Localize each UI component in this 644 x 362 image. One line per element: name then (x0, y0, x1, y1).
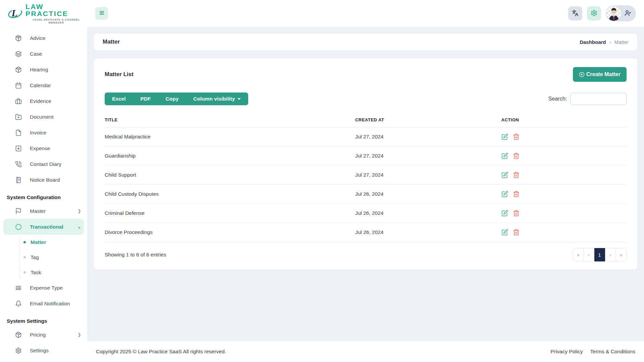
sidebar-item-evidence[interactable]: Evidence (0, 93, 87, 109)
delete-button[interactable] (513, 229, 520, 236)
sidebar-item-label: Evidence (30, 98, 81, 104)
edit-icon (501, 191, 508, 197)
sidebar-item-email-notification[interactable]: Email Notification (0, 296, 87, 311)
delete-button[interactable] (513, 172, 520, 178)
entries-summary: Showing 1 to 6 of 6 entries (105, 252, 166, 258)
search-input[interactable] (570, 93, 627, 105)
pagination-next-button[interactable]: › (605, 248, 616, 261)
sidebar-item-invoice[interactable]: Invoice (0, 125, 87, 140)
edit-icon (501, 172, 508, 178)
calendar-icon (15, 82, 22, 89)
transactional-submenu: Matter Tag Task (0, 235, 87, 280)
logo-mark-icon: L (7, 6, 23, 21)
export-excel-button[interactable]: Excel (105, 93, 133, 105)
sidebar-item-label: Invoice (30, 130, 81, 136)
sidebar-item-transactional[interactable]: Transactional ⌄ (3, 219, 84, 235)
submenu-item-label: Matter (31, 239, 46, 245)
sidebar-item-contact-diary[interactable]: Contact Diary (0, 156, 87, 172)
sidebar-item-settings[interactable]: Settings (0, 343, 87, 358)
edit-button[interactable] (501, 191, 508, 197)
user-menu-button[interactable] (606, 5, 636, 21)
flag-icon (15, 208, 22, 215)
export-copy-button[interactable]: Copy (158, 93, 186, 105)
delete-button[interactable] (513, 153, 520, 159)
edit-button[interactable] (501, 229, 508, 236)
circle-plus-icon (579, 72, 585, 77)
user-avatar (606, 6, 621, 21)
sidebar-item-label: Contact Diary (30, 161, 81, 167)
sidebar-item-calendar[interactable]: Calendar (0, 77, 87, 93)
export-button-group: Excel PDF Copy Column visibility (105, 93, 248, 105)
delete-button[interactable] (513, 191, 520, 197)
sidebar-item-document[interactable]: Document (0, 109, 87, 125)
briefcase-icon (15, 98, 22, 105)
edit-button[interactable] (501, 210, 508, 217)
bullet-dot-icon (23, 271, 26, 274)
settings-quick-button[interactable] (587, 6, 601, 20)
create-matter-label: Create Matter (586, 71, 621, 77)
bullet-dot-icon (23, 241, 26, 243)
create-matter-button[interactable]: Create Matter (573, 67, 627, 82)
column-header-title[interactable]: TITLE (105, 113, 355, 127)
sidebar-item-master[interactable]: Master ❯ (0, 203, 87, 219)
brand-tagline: LEGAL ADVOCATE & COUNSEL MANAGER (25, 18, 87, 24)
topbar-actions (568, 5, 644, 21)
sidebar-item-hearing[interactable]: Hearing (0, 62, 87, 77)
brand-logo[interactable]: L LAW PRACTICE LEGAL ADVOCATE & COUNSEL … (0, 3, 87, 24)
chevron-right-icon: ❯ (77, 332, 81, 337)
pagination-last-button[interactable]: » (616, 248, 627, 261)
pagination-page-1-button[interactable]: 1 (594, 248, 605, 261)
trash-icon (513, 172, 520, 178)
column-header-action: ACTION (501, 113, 627, 127)
matter-table: TITLE CREATED AT ACTION Medical Malpract… (105, 113, 627, 242)
delete-button[interactable] (513, 210, 520, 217)
trash-icon (513, 210, 520, 217)
export-pdf-button[interactable]: PDF (133, 93, 158, 105)
cell-title: Child Support (105, 166, 355, 185)
cell-created-at: Jul 26, 2024 (355, 204, 501, 223)
chevron-down-icon: ⌄ (77, 224, 81, 229)
cell-title: Guardianship (105, 146, 355, 166)
column-visibility-label: Column visibility (193, 96, 235, 102)
sidebar-toggle-button[interactable] (95, 7, 108, 20)
delete-button[interactable] (513, 133, 520, 140)
breadcrumb-dashboard-link[interactable]: Dashboard (580, 39, 606, 45)
language-button[interactable] (568, 6, 582, 20)
submenu-item-matter[interactable]: Matter (0, 235, 87, 250)
edit-button[interactable] (501, 172, 508, 178)
copyright-text: Copyright 2025 © Law Practice SaaS All r… (96, 349, 226, 355)
submenu-item-task[interactable]: Task (0, 265, 87, 280)
terms-conditions-link[interactable]: Terms & Conditions (590, 349, 635, 355)
column-header-created-at[interactable]: CREATED AT (355, 113, 501, 127)
column-visibility-button[interactable]: Column visibility (186, 93, 248, 105)
cell-created-at: Jul 26, 2024 (355, 185, 501, 204)
cell-title: Criminal Defense (105, 204, 355, 223)
sidebar-item-case[interactable]: Case (0, 46, 87, 62)
pagination-prev-button[interactable]: ‹ (584, 248, 594, 261)
sidebar-item-label: Case (30, 51, 81, 57)
bell-icon (15, 300, 22, 307)
package-icon (15, 66, 22, 73)
breadcrumb-current: Matter (614, 39, 629, 45)
edit-button[interactable] (501, 153, 508, 159)
sidebar-item-expense[interactable]: Expense (0, 140, 87, 156)
hamburger-icon (99, 10, 105, 17)
cell-created-at: Jul 27, 2024 (355, 127, 501, 146)
edit-button[interactable] (501, 133, 508, 140)
main-content: Matter Dashboard › Matter Matter List Cr… (87, 27, 644, 341)
table-row: Child Custody Disputes Jul 26, 2024 (105, 185, 627, 204)
cell-created-at: Jul 27, 2024 (355, 166, 501, 185)
submenu-item-tag[interactable]: Tag (0, 250, 87, 265)
sidebar-item-expense-type[interactable]: Expense Type (0, 280, 87, 296)
sidebar-item-pricing[interactable]: Pricing ❯ (0, 327, 87, 343)
sidebar-item-advice[interactable]: Advice (0, 30, 87, 46)
search-label: Search: (548, 96, 567, 102)
pagination-first-button[interactable]: « (573, 248, 584, 261)
sidebar-item-notice-board[interactable]: Notice Board (0, 172, 87, 188)
pagination: « ‹ 1 › » (573, 248, 627, 261)
sidebar-item-label: Document (30, 114, 81, 120)
privacy-policy-link[interactable]: Privacy Policy (550, 349, 583, 355)
cell-title: Divorce Proceedings (105, 223, 355, 242)
sidebar-item-label: Notice Board (30, 177, 81, 183)
sidebar-item-label: Expense (30, 145, 81, 152)
